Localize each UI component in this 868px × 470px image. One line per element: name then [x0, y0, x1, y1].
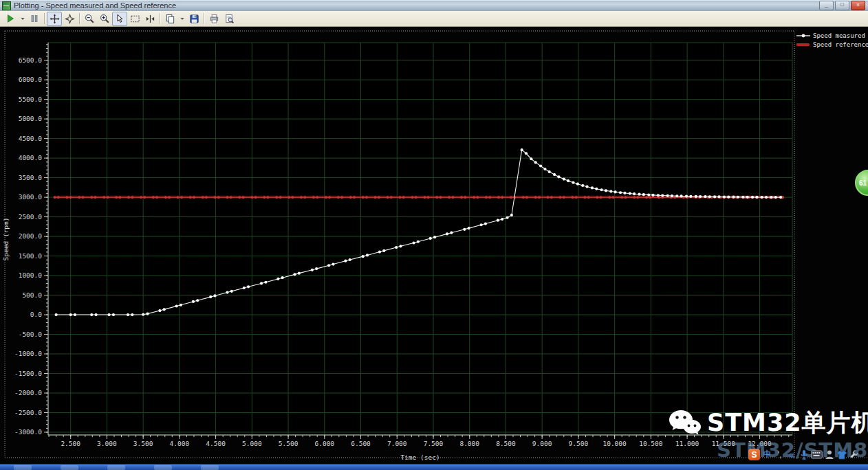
chinese-mode-icon[interactable]: 中 — [762, 449, 772, 460]
series-measured-point — [689, 195, 692, 198]
series-measured-point — [680, 194, 683, 197]
series-measured-point — [779, 196, 782, 199]
series-reference-point — [164, 196, 167, 199]
series-measured-point — [127, 313, 129, 316]
x-axis-title: Time (sec) — [400, 454, 440, 461]
series-measured-point — [142, 313, 144, 316]
taskbar-item[interactable] — [14, 465, 32, 470]
series-measured-point — [213, 294, 216, 297]
series-reference-point — [214, 196, 217, 199]
close-button[interactable]: x — [851, 1, 865, 10]
cursors-button[interactable] — [142, 12, 158, 26]
series-reference-point — [596, 196, 598, 199]
series-measured-point — [572, 181, 574, 184]
pause-button[interactable] — [27, 12, 42, 26]
account-icon[interactable] — [825, 449, 834, 460]
cursor-tool-button[interactable] — [112, 12, 127, 26]
series-reference-point — [538, 196, 541, 199]
series-reference-point — [316, 196, 318, 199]
legend-item-measured: Speed measured — [796, 32, 868, 39]
series-measured-point — [146, 313, 149, 315]
x-tick-label: 2.500 — [61, 440, 80, 447]
series-reference-point — [559, 196, 562, 199]
microphone-icon[interactable] — [799, 449, 809, 460]
emoji-icon[interactable]: ☺ — [787, 450, 797, 460]
save-button[interactable] — [186, 12, 202, 26]
x-tick-label: 9.000 — [532, 440, 552, 447]
chevron-down-icon — [20, 14, 25, 23]
series-measured-point — [243, 287, 246, 289]
toolbar-separator — [79, 13, 80, 24]
series-measured-point — [95, 313, 98, 316]
series-measured-point — [163, 308, 166, 311]
series-reference-point — [452, 196, 455, 199]
series-measured-point — [576, 183, 579, 186]
series-reference-point — [390, 196, 393, 199]
print-button[interactable] — [206, 12, 221, 26]
series-reference-point — [448, 196, 451, 199]
zoom-in-icon — [100, 14, 110, 24]
y-tick-label: -500.0 — [19, 331, 43, 338]
series-measured-point — [751, 196, 754, 199]
series-reference-point — [337, 196, 340, 199]
series-reference-point — [155, 196, 158, 199]
series-reference-point — [464, 196, 466, 199]
x-tick-label: 5.500 — [279, 440, 299, 447]
series-reference-point — [102, 196, 105, 199]
series-reference-point — [69, 196, 72, 199]
plot-canvas[interactable]: 2.5003.0003.5004.0004.5005.0005.5006.000… — [0, 0, 868, 470]
taskbar[interactable] — [0, 464, 868, 470]
series-measured-point — [366, 254, 369, 256]
y-tick-label: 6000.0 — [19, 76, 43, 83]
run-dropdown-button[interactable] — [18, 12, 27, 26]
skin-icon[interactable] — [836, 450, 847, 460]
series-measured-point — [727, 196, 730, 199]
series-measured-point — [209, 295, 212, 298]
wechat-logo-icon — [669, 409, 702, 438]
maximize-button[interactable]: □ — [835, 1, 849, 10]
series-reference-point — [387, 196, 389, 199]
zoom-out-button[interactable] — [82, 12, 97, 26]
zoom-dynamic-button[interactable] — [62, 12, 77, 26]
series-reference-point — [250, 196, 253, 199]
sogou-icon[interactable]: S — [748, 449, 760, 460]
zoom-in-button[interactable] — [97, 12, 112, 26]
series-measured-point — [112, 313, 115, 316]
input-method-tray: S 中 ’, ☺ — [748, 449, 859, 460]
series-measured-point — [723, 195, 726, 198]
series-reference-point — [501, 196, 503, 199]
series-reference-point — [82, 196, 85, 199]
y-tick-label: -1000.0 — [14, 350, 42, 357]
series-measured-point — [629, 192, 631, 195]
taskbar-item[interactable] — [61, 465, 78, 470]
series-reference-point — [189, 196, 192, 199]
pan-button[interactable] — [47, 12, 62, 26]
series-measured-point — [732, 196, 735, 199]
wrench-icon[interactable] — [849, 449, 859, 460]
series-reference-point — [300, 196, 303, 199]
zoom-box-button[interactable] — [127, 12, 142, 26]
punctuation-icon[interactable]: ’, — [774, 450, 785, 460]
taskbar-item[interactable] — [154, 465, 172, 470]
series-measured-point — [362, 255, 365, 258]
series-reference-point — [497, 196, 500, 199]
series-measured-point — [765, 196, 768, 199]
legend-item-reference: Speed reference — [796, 41, 868, 48]
series-measured-point — [675, 194, 678, 197]
series-measured-point — [506, 216, 508, 219]
run-button[interactable] — [3, 12, 18, 26]
series-measured-point — [774, 196, 777, 199]
copy-button[interactable] — [162, 12, 177, 26]
series-reference-point — [57, 196, 60, 199]
series-measured-point — [107, 313, 110, 316]
series-reference-point — [572, 196, 574, 199]
taskbar-item[interactable] — [107, 465, 125, 470]
taskbar-item[interactable] — [201, 465, 219, 470]
series-reference-point — [328, 196, 331, 199]
copy-dropdown-button[interactable] — [177, 12, 186, 26]
toolbar-separator — [44, 13, 45, 24]
minimize-button[interactable]: _ — [819, 1, 834, 10]
y-tick-label: 5000.0 — [19, 115, 43, 122]
keyboard-icon[interactable] — [811, 450, 823, 459]
print-preview-button[interactable] — [221, 12, 237, 26]
